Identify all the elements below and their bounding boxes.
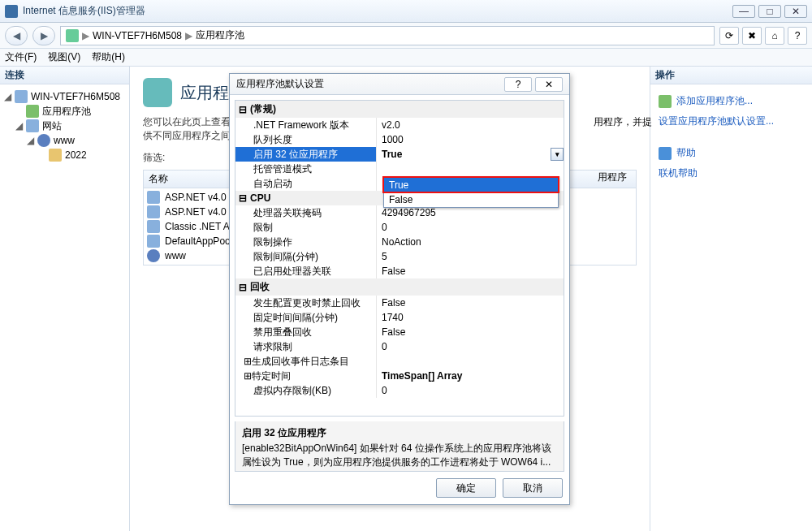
enable32-dropdown[interactable]: True False (383, 177, 559, 208)
dialog-titlebar: 应用程序池默认设置 ? ✕ (230, 74, 569, 95)
prop-net-framework[interactable]: .NET Framework 版本v2.0 (235, 118, 564, 132)
connections-tree: ◢WIN-VTEF7H6M508 应用程序池 ◢网站 ◢www 2022 (0, 84, 129, 167)
action-set-defaults[interactable]: 设置应用程序池默认设置... (659, 114, 804, 128)
refresh-icon[interactable]: ⟳ (719, 27, 739, 45)
pool-icon (147, 220, 160, 233)
prop-limit[interactable]: 限制0 (235, 220, 564, 235)
window-titlebar: Internet 信息服务(IIS)管理器 — □ ✕ (0, 0, 812, 23)
dialog-help-button[interactable]: ? (504, 77, 532, 92)
col-name: 名称 (149, 172, 168, 186)
prop-gen-log-events[interactable]: ⊞ 生成回收事件日志条目 (235, 354, 564, 369)
prop-overlap-recycle[interactable]: 禁用重叠回收False (235, 325, 564, 339)
dialog-title: 应用程序池默认设置 (236, 77, 324, 91)
chevron-right-icon: ▶ (185, 30, 192, 41)
prop-specific-times[interactable]: ⊞ 特定时间TimeSpan[] Array (235, 369, 564, 383)
help-icon (659, 147, 672, 160)
dropdown-option-false[interactable]: False (384, 192, 558, 207)
truncated-text: 用程序，并提 (594, 115, 652, 129)
desc-body: [enable32BitAppOnWin64] 如果针对 64 位操作系统上的应… (242, 442, 551, 468)
property-description: 启用 32 位应用程序 [enable32BitAppOnWin64] 如果针对… (235, 421, 564, 472)
cancel-button[interactable]: 取消 (503, 478, 563, 498)
defaults-dialog: 应用程序池默认设置 ? ✕ ⊟(常规) .NET Framework 版本v2.… (229, 73, 570, 505)
connections-pane: 连接 ◢WIN-VTEF7H6M508 应用程序池 ◢网站 ◢www 2022 (0, 67, 130, 531)
app-pools-icon (143, 78, 172, 107)
prop-affinity-enabled[interactable]: 已启用处理器关联False (235, 264, 564, 278)
minimize-button[interactable]: — (732, 5, 755, 18)
action-help[interactable]: 帮助 (676, 146, 696, 160)
prop-request-limit[interactable]: 请求限制0 (235, 339, 564, 354)
truncated-col-header: 用程序 (598, 171, 627, 184)
category-recycling[interactable]: ⊟回收 (235, 278, 564, 296)
ok-button[interactable]: 确定 (436, 478, 496, 498)
category-general[interactable]: ⊟(常规) (235, 101, 564, 118)
prop-config-change[interactable]: 发生配置更改时禁止回收False (235, 296, 564, 310)
maximize-button[interactable]: □ (758, 5, 781, 18)
tree-site-www[interactable]: ◢www (3, 133, 126, 148)
tree-server-node[interactable]: ◢WIN-VTEF7H6M508 (3, 89, 126, 104)
property-grid: ⊟(常规) .NET Framework 版本v2.0 队列长度1000 启用 … (235, 100, 564, 417)
server-icon (66, 29, 79, 42)
help-icon[interactable]: ? (788, 27, 807, 45)
home-icon[interactable]: ⌂ (765, 27, 784, 45)
prop-enable-32bit[interactable]: 启用 32 位应用程序 True▾ (235, 147, 564, 162)
menu-help[interactable]: 帮助(H) (92, 50, 125, 64)
action-online-help[interactable]: 联机帮助 (659, 166, 804, 180)
menu-file[interactable]: 文件(F) (5, 50, 37, 64)
prop-virtual-memory[interactable]: 虚拟内存限制(KB)0 (235, 383, 564, 398)
action-add-pool[interactable]: 添加应用程序池... (676, 94, 753, 108)
window-title: Internet 信息服务(IIS)管理器 (23, 4, 145, 18)
desc-title: 启用 32 位应用程序 (242, 426, 557, 440)
close-button[interactable]: ✕ (784, 5, 807, 18)
dialog-close-button[interactable]: ✕ (535, 77, 563, 92)
chevron-right-icon: ▶ (82, 30, 89, 41)
menu-view[interactable]: 视图(V) (48, 50, 80, 64)
tree-app-pools[interactable]: 应用程序池 (3, 104, 126, 119)
tree-folder-2022[interactable]: 2022 (3, 148, 126, 162)
add-icon (659, 95, 672, 108)
dropdown-option-true[interactable]: True (384, 178, 558, 192)
actions-header: 操作 (650, 67, 812, 84)
prop-limit-interval[interactable]: 限制间隔(分钟)5 (235, 249, 564, 264)
breadcrumb-current[interactable]: 应用程序池 (196, 28, 244, 42)
menu-bar: 文件(F) 视图(V) 帮助(H) (0, 49, 812, 67)
pool-icon (147, 191, 160, 204)
breadcrumb-server[interactable]: WIN-VTEF7H6M508 (93, 30, 182, 41)
breadcrumb-bar: ◀ ▶ ▶ WIN-VTEF7H6M508 ▶ 应用程序池 ⟳ ✖ ⌂ ? (0, 23, 812, 49)
nav-forward-button[interactable]: ▶ (32, 26, 55, 45)
tree-sites[interactable]: ◢网站 (3, 119, 126, 133)
connections-header: 连接 (0, 67, 129, 84)
app-icon (5, 5, 18, 18)
prop-fixed-interval[interactable]: 固定时间间隔(分钟)1740 (235, 310, 564, 325)
globe-icon (147, 249, 160, 262)
nav-back-button[interactable]: ◀ (5, 26, 28, 45)
prop-limit-action[interactable]: 限制操作NoAction (235, 235, 564, 249)
filter-label: 筛选: (143, 151, 165, 165)
breadcrumb[interactable]: ▶ WIN-VTEF7H6M508 ▶ 应用程序池 (60, 26, 715, 45)
pool-icon (147, 205, 160, 218)
pool-icon (147, 235, 160, 248)
dropdown-toggle-icon[interactable]: ▾ (551, 148, 564, 161)
prop-pipeline-mode[interactable]: 托管管道模式 (235, 162, 564, 176)
prop-queue-length[interactable]: 队列长度1000 (235, 132, 564, 147)
actions-pane: 操作 添加应用程序池... 设置应用程序池默认设置... 帮助 联机帮助 (650, 67, 812, 531)
stop-icon[interactable]: ✖ (742, 27, 762, 45)
